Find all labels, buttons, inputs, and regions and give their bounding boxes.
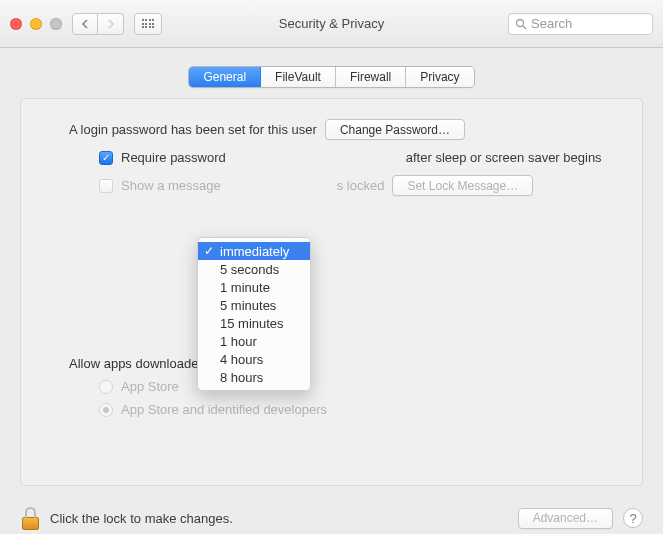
change-password-button[interactable]: Change Password… <box>325 119 465 140</box>
allow-apps-identified-row: App Store and identified developers <box>99 402 616 417</box>
help-button[interactable]: ? <box>623 508 643 528</box>
dropdown-option-4hours[interactable]: 4 hours <box>198 350 310 368</box>
dropdown-option-15minutes[interactable]: 15 minutes <box>198 314 310 332</box>
back-button[interactable] <box>72 13 98 35</box>
require-password-label: Require password <box>121 150 226 165</box>
show-all-button[interactable] <box>134 13 162 35</box>
content-panel: A login password has been set for this u… <box>20 98 643 486</box>
search-icon <box>515 18 527 30</box>
advanced-button[interactable]: Advanced… <box>518 508 613 529</box>
after-sleep-label: after sleep or screen saver begins <box>406 150 602 165</box>
dropdown-option-5seconds[interactable]: 5 seconds <box>198 260 310 278</box>
lock-icon[interactable] <box>20 506 40 530</box>
dropdown-option-immediately[interactable]: immediately <box>198 242 310 260</box>
require-password-checkbox[interactable]: ✓ <box>99 151 113 165</box>
tab-filevault[interactable]: FileVault <box>261 67 336 87</box>
radio-appstore-label: App Store <box>121 379 179 394</box>
tab-privacy[interactable]: Privacy <box>406 67 473 87</box>
close-window-button[interactable] <box>10 18 22 30</box>
dropdown-option-1minute[interactable]: 1 minute <box>198 278 310 296</box>
show-message-label-b: s locked <box>337 178 385 193</box>
login-password-row: A login password has been set for this u… <box>69 119 616 140</box>
window-title: Security & Privacy <box>279 16 384 31</box>
show-message-label-a: Show a message <box>121 178 221 193</box>
svg-point-0 <box>517 19 524 26</box>
forward-button[interactable] <box>98 13 124 35</box>
tab-firewall[interactable]: Firewall <box>336 67 406 87</box>
tab-bar: General FileVault Firewall Privacy <box>0 66 663 88</box>
lock-text: Click the lock to make changes. <box>50 511 233 526</box>
svg-line-1 <box>523 26 526 29</box>
dropdown-option-1hour[interactable]: 1 hour <box>198 332 310 350</box>
allow-apps-section: Allow apps downloaded from: App Store Ap… <box>69 356 616 417</box>
dropdown-option-5minutes[interactable]: 5 minutes <box>198 296 310 314</box>
dropdown-option-8hours[interactable]: 8 hours <box>198 368 310 386</box>
segmented-control: General FileVault Firewall Privacy <box>188 66 474 88</box>
show-message-checkbox[interactable]: ✓ <box>99 179 113 193</box>
require-password-row: ✓ Require password after sleep or screen… <box>99 150 616 165</box>
radio-identified-label: App Store and identified developers <box>121 402 327 417</box>
set-lock-message-button: Set Lock Message… <box>392 175 533 196</box>
search-field[interactable]: Search <box>508 13 653 35</box>
nav-buttons <box>72 13 124 35</box>
traffic-lights <box>10 18 62 30</box>
grid-icon <box>142 19 155 28</box>
login-password-text: A login password has been set for this u… <box>69 122 317 137</box>
radio-identified <box>99 403 113 417</box>
radio-appstore <box>99 380 113 394</box>
allow-apps-heading: Allow apps downloaded from: <box>69 356 616 371</box>
show-message-row: ✓ Show a message s locked Set Lock Messa… <box>99 175 616 196</box>
allow-apps-appstore-row: App Store <box>99 379 616 394</box>
zoom-window-button <box>50 18 62 30</box>
footer: Click the lock to make changes. Advanced… <box>0 498 663 534</box>
search-placeholder: Search <box>531 16 572 31</box>
titlebar: Security & Privacy Search <box>0 0 663 48</box>
tab-general[interactable]: General <box>189 67 261 87</box>
password-delay-dropdown-menu: immediately 5 seconds 1 minute 5 minutes… <box>197 237 311 391</box>
minimize-window-button[interactable] <box>30 18 42 30</box>
